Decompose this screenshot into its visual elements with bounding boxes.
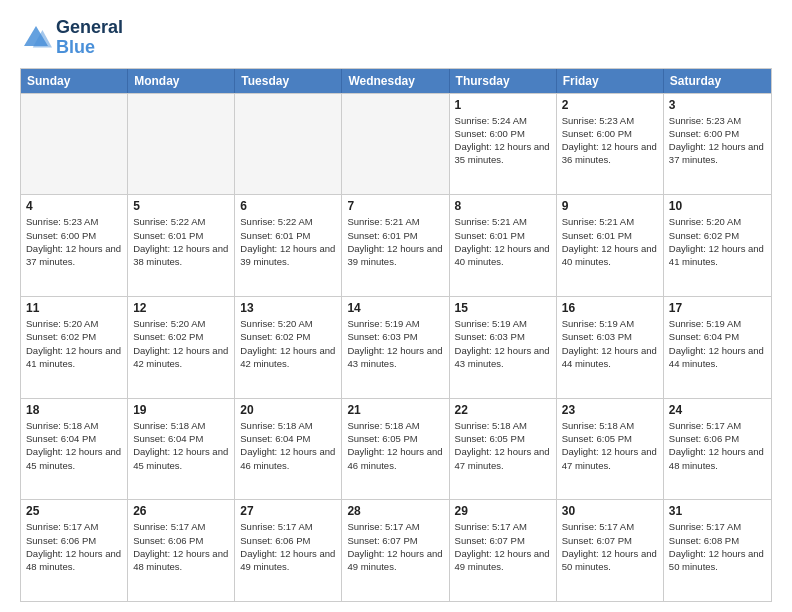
day-number: 13 [240, 301, 336, 315]
day-info: Sunrise: 5:20 AMSunset: 6:02 PMDaylight:… [240, 317, 336, 370]
logo-text: General Blue [56, 18, 123, 58]
weekday-header-thursday: Thursday [450, 69, 557, 93]
calendar-row-4: 25Sunrise: 5:17 AMSunset: 6:06 PMDayligh… [21, 499, 771, 601]
day-number: 14 [347, 301, 443, 315]
calendar-cell: 24Sunrise: 5:17 AMSunset: 6:06 PMDayligh… [664, 399, 771, 500]
calendar-row-3: 18Sunrise: 5:18 AMSunset: 6:04 PMDayligh… [21, 398, 771, 500]
day-number: 21 [347, 403, 443, 417]
day-info: Sunrise: 5:23 AMSunset: 6:00 PMDaylight:… [562, 114, 658, 167]
day-info: Sunrise: 5:18 AMSunset: 6:05 PMDaylight:… [455, 419, 551, 472]
calendar-cell: 3Sunrise: 5:23 AMSunset: 6:00 PMDaylight… [664, 94, 771, 195]
day-number: 12 [133, 301, 229, 315]
calendar-cell: 15Sunrise: 5:19 AMSunset: 6:03 PMDayligh… [450, 297, 557, 398]
day-info: Sunrise: 5:17 AMSunset: 6:07 PMDaylight:… [347, 520, 443, 573]
day-number: 3 [669, 98, 766, 112]
day-info: Sunrise: 5:17 AMSunset: 6:06 PMDaylight:… [133, 520, 229, 573]
calendar-cell: 21Sunrise: 5:18 AMSunset: 6:05 PMDayligh… [342, 399, 449, 500]
logo-icon [20, 22, 52, 54]
day-number: 18 [26, 403, 122, 417]
day-number: 11 [26, 301, 122, 315]
calendar-cell: 7Sunrise: 5:21 AMSunset: 6:01 PMDaylight… [342, 195, 449, 296]
day-number: 9 [562, 199, 658, 213]
calendar-cell [21, 94, 128, 195]
day-info: Sunrise: 5:18 AMSunset: 6:04 PMDaylight:… [240, 419, 336, 472]
calendar-cell: 31Sunrise: 5:17 AMSunset: 6:08 PMDayligh… [664, 500, 771, 601]
day-info: Sunrise: 5:18 AMSunset: 6:04 PMDaylight:… [133, 419, 229, 472]
calendar-cell: 11Sunrise: 5:20 AMSunset: 6:02 PMDayligh… [21, 297, 128, 398]
calendar-cell: 17Sunrise: 5:19 AMSunset: 6:04 PMDayligh… [664, 297, 771, 398]
day-number: 20 [240, 403, 336, 417]
day-number: 4 [26, 199, 122, 213]
calendar-row-2: 11Sunrise: 5:20 AMSunset: 6:02 PMDayligh… [21, 296, 771, 398]
day-number: 30 [562, 504, 658, 518]
day-info: Sunrise: 5:18 AMSunset: 6:05 PMDaylight:… [562, 419, 658, 472]
calendar-cell: 26Sunrise: 5:17 AMSunset: 6:06 PMDayligh… [128, 500, 235, 601]
day-info: Sunrise: 5:17 AMSunset: 6:06 PMDaylight:… [26, 520, 122, 573]
day-info: Sunrise: 5:17 AMSunset: 6:07 PMDaylight:… [455, 520, 551, 573]
calendar-cell: 2Sunrise: 5:23 AMSunset: 6:00 PMDaylight… [557, 94, 664, 195]
calendar-cell: 14Sunrise: 5:19 AMSunset: 6:03 PMDayligh… [342, 297, 449, 398]
calendar-cell: 23Sunrise: 5:18 AMSunset: 6:05 PMDayligh… [557, 399, 664, 500]
day-number: 31 [669, 504, 766, 518]
weekday-header-sunday: Sunday [21, 69, 128, 93]
calendar-header: SundayMondayTuesdayWednesdayThursdayFrid… [21, 69, 771, 93]
calendar-cell: 18Sunrise: 5:18 AMSunset: 6:04 PMDayligh… [21, 399, 128, 500]
weekday-header-friday: Friday [557, 69, 664, 93]
calendar-cell [342, 94, 449, 195]
day-info: Sunrise: 5:19 AMSunset: 6:03 PMDaylight:… [455, 317, 551, 370]
day-info: Sunrise: 5:20 AMSunset: 6:02 PMDaylight:… [669, 215, 766, 268]
calendar-cell: 4Sunrise: 5:23 AMSunset: 6:00 PMDaylight… [21, 195, 128, 296]
day-info: Sunrise: 5:17 AMSunset: 6:06 PMDaylight:… [669, 419, 766, 472]
calendar-cell [128, 94, 235, 195]
calendar-cell: 13Sunrise: 5:20 AMSunset: 6:02 PMDayligh… [235, 297, 342, 398]
day-info: Sunrise: 5:21 AMSunset: 6:01 PMDaylight:… [347, 215, 443, 268]
calendar-cell: 5Sunrise: 5:22 AMSunset: 6:01 PMDaylight… [128, 195, 235, 296]
calendar-row-1: 4Sunrise: 5:23 AMSunset: 6:00 PMDaylight… [21, 194, 771, 296]
day-number: 1 [455, 98, 551, 112]
calendar-cell: 19Sunrise: 5:18 AMSunset: 6:04 PMDayligh… [128, 399, 235, 500]
day-info: Sunrise: 5:17 AMSunset: 6:07 PMDaylight:… [562, 520, 658, 573]
day-number: 17 [669, 301, 766, 315]
day-number: 22 [455, 403, 551, 417]
weekday-header-saturday: Saturday [664, 69, 771, 93]
page: General Blue SundayMondayTuesdayWednesda… [0, 0, 792, 612]
day-number: 29 [455, 504, 551, 518]
day-number: 28 [347, 504, 443, 518]
calendar-cell: 12Sunrise: 5:20 AMSunset: 6:02 PMDayligh… [128, 297, 235, 398]
day-info: Sunrise: 5:20 AMSunset: 6:02 PMDaylight:… [133, 317, 229, 370]
header: General Blue [20, 18, 772, 58]
logo: General Blue [20, 18, 123, 58]
calendar-body: 1Sunrise: 5:24 AMSunset: 6:00 PMDaylight… [21, 93, 771, 601]
day-number: 7 [347, 199, 443, 213]
day-number: 24 [669, 403, 766, 417]
calendar-cell: 8Sunrise: 5:21 AMSunset: 6:01 PMDaylight… [450, 195, 557, 296]
day-info: Sunrise: 5:19 AMSunset: 6:04 PMDaylight:… [669, 317, 766, 370]
day-info: Sunrise: 5:22 AMSunset: 6:01 PMDaylight:… [133, 215, 229, 268]
calendar-cell: 16Sunrise: 5:19 AMSunset: 6:03 PMDayligh… [557, 297, 664, 398]
calendar-cell: 22Sunrise: 5:18 AMSunset: 6:05 PMDayligh… [450, 399, 557, 500]
weekday-header-tuesday: Tuesday [235, 69, 342, 93]
day-number: 5 [133, 199, 229, 213]
day-number: 10 [669, 199, 766, 213]
day-info: Sunrise: 5:21 AMSunset: 6:01 PMDaylight:… [562, 215, 658, 268]
day-info: Sunrise: 5:19 AMSunset: 6:03 PMDaylight:… [347, 317, 443, 370]
day-number: 15 [455, 301, 551, 315]
day-number: 25 [26, 504, 122, 518]
day-info: Sunrise: 5:22 AMSunset: 6:01 PMDaylight:… [240, 215, 336, 268]
day-info: Sunrise: 5:20 AMSunset: 6:02 PMDaylight:… [26, 317, 122, 370]
weekday-header-wednesday: Wednesday [342, 69, 449, 93]
day-number: 8 [455, 199, 551, 213]
day-number: 6 [240, 199, 336, 213]
day-info: Sunrise: 5:17 AMSunset: 6:08 PMDaylight:… [669, 520, 766, 573]
day-info: Sunrise: 5:23 AMSunset: 6:00 PMDaylight:… [26, 215, 122, 268]
calendar-cell: 27Sunrise: 5:17 AMSunset: 6:06 PMDayligh… [235, 500, 342, 601]
day-number: 2 [562, 98, 658, 112]
calendar-cell: 29Sunrise: 5:17 AMSunset: 6:07 PMDayligh… [450, 500, 557, 601]
calendar-cell: 30Sunrise: 5:17 AMSunset: 6:07 PMDayligh… [557, 500, 664, 601]
calendar-cell: 10Sunrise: 5:20 AMSunset: 6:02 PMDayligh… [664, 195, 771, 296]
day-number: 23 [562, 403, 658, 417]
day-info: Sunrise: 5:18 AMSunset: 6:04 PMDaylight:… [26, 419, 122, 472]
day-number: 27 [240, 504, 336, 518]
weekday-header-monday: Monday [128, 69, 235, 93]
calendar-row-0: 1Sunrise: 5:24 AMSunset: 6:00 PMDaylight… [21, 93, 771, 195]
